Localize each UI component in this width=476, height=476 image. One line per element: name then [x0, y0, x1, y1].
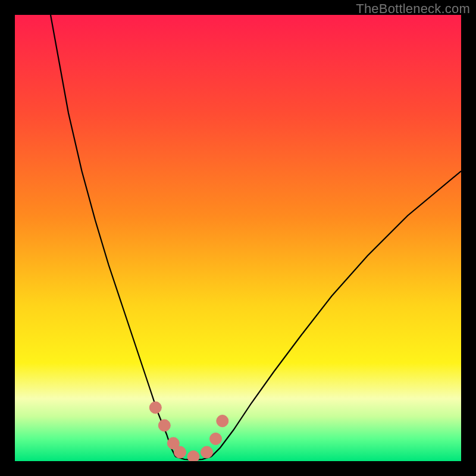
curve-left-arm [51, 15, 176, 457]
curve-right-arm [211, 171, 461, 457]
valley-marker [187, 451, 199, 462]
plot-area [15, 15, 461, 461]
watermark-text: TheBottleneck.com [356, 1, 470, 17]
valley-marker [201, 446, 213, 458]
valley-marker [158, 419, 170, 431]
chart-frame: TheBottleneck.com [0, 0, 476, 476]
valley-marker [210, 433, 222, 445]
valley-marker [149, 402, 161, 414]
valley-marker [217, 415, 228, 427]
valley-marker [174, 446, 186, 458]
curve-layer [15, 15, 461, 461]
